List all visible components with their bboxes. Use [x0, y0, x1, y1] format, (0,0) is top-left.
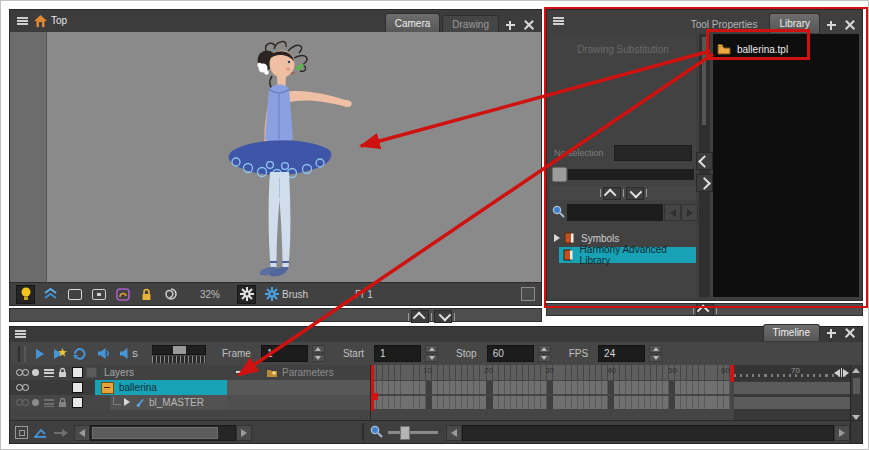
frame-view-icon[interactable] [15, 426, 28, 439]
loop-button[interactable] [72, 346, 87, 361]
slider-handle[interactable] [173, 346, 186, 354]
thumbnails-toggle-icon[interactable] [86, 367, 97, 378]
stop-input[interactable]: 60 [487, 345, 534, 362]
shift-trace-icon[interactable] [54, 429, 68, 437]
layer-stack-icon[interactable] [44, 369, 54, 377]
collapse-right-button[interactable] [696, 174, 713, 192]
frames-scrollbar-track[interactable] [462, 425, 834, 441]
layers-scrollbar-track[interactable] [90, 425, 236, 441]
add-group-button[interactable] [266, 367, 278, 378]
lock-icon[interactable] [58, 397, 67, 408]
playhead-handle[interactable] [371, 393, 378, 400]
lock-all-icon[interactable] [58, 367, 67, 378]
library-column-splitter[interactable] [699, 34, 710, 297]
substitution-slider-track[interactable] [568, 169, 694, 180]
library-inner-splitter[interactable] [550, 186, 696, 200]
safe-area-button[interactable] [66, 286, 83, 303]
exposure-row-ballerina[interactable] [371, 381, 730, 394]
timeline-zoom-handle[interactable] [400, 426, 410, 440]
expand-caret-icon[interactable] [554, 234, 560, 242]
collapse-down-button[interactable] [434, 310, 452, 323]
sound-button[interactable] [97, 347, 110, 360]
tab-tool-properties[interactable]: Tool Properties [681, 15, 768, 33]
render-preview-button[interactable] [16, 285, 35, 304]
add-view-button[interactable] [502, 17, 518, 33]
stop-spinner[interactable] [538, 345, 551, 362]
zoom-level[interactable]: 32% [200, 289, 220, 300]
camera-canvas[interactable] [10, 32, 541, 283]
layers-scroll-right-button[interactable] [236, 425, 252, 441]
camera-mask-button[interactable] [90, 286, 107, 303]
close-view-button[interactable] [842, 17, 858, 33]
layer-checkbox[interactable] [72, 397, 83, 408]
frames-scroll-right-button[interactable] [834, 425, 850, 441]
layer-row-ballerina[interactable]: ballerina [10, 380, 370, 395]
playhead[interactable] [371, 365, 374, 411]
frame-input[interactable]: 1 [261, 345, 308, 362]
tree-item-harmony-library[interactable]: Harmony Advanced Library [550, 247, 696, 263]
start-input[interactable]: 1 [374, 345, 421, 362]
settings-button[interactable] [237, 285, 256, 304]
close-view-button[interactable] [842, 325, 858, 341]
library-file-list[interactable]: ballerina.tpl [713, 34, 859, 297]
collapse-up-button[interactable] [411, 310, 429, 323]
delete-layer-button[interactable] [236, 371, 245, 373]
frame-ruler[interactable]: 10 20 30 40 50 60 70 [371, 365, 851, 380]
file-item-ballerina[interactable]: ballerina.tpl [717, 39, 788, 59]
exposure-row-bl-master[interactable] [371, 396, 730, 409]
tab-timeline[interactable]: Timeline [763, 324, 820, 341]
fps-input[interactable]: 24 [598, 345, 645, 362]
collapse-left-button[interactable] [696, 152, 713, 170]
frames-area[interactable]: 10 20 30 40 50 60 70 [370, 365, 851, 423]
layer-name-cell-selected[interactable]: ballerina [95, 380, 227, 395]
show-hide-icon[interactable] [16, 384, 28, 391]
corner-grip[interactable] [850, 421, 862, 443]
layer-parameters-cell[interactable] [227, 395, 370, 411]
show-hide-all-icon[interactable] [16, 369, 28, 376]
reset-view-button[interactable] [162, 286, 179, 303]
home-icon[interactable] [34, 15, 47, 27]
next-result-button[interactable] [681, 204, 698, 221]
camera-menu-button[interactable] [17, 17, 28, 25]
enable-icon[interactable] [32, 399, 39, 406]
layers-scroll-left-button[interactable] [74, 425, 90, 441]
frames-scroll-left-button[interactable] [446, 425, 462, 441]
enable-all-icon[interactable] [32, 369, 39, 376]
matte-view-button[interactable] [42, 286, 59, 303]
library-bottom-splitter[interactable] [546, 303, 863, 316]
substitution-slider-handle[interactable] [552, 167, 567, 182]
group-icon[interactable] [101, 382, 114, 394]
horizontal-splitter[interactable] [9, 308, 542, 322]
render-settings-button[interactable] [263, 286, 280, 303]
layers-scrollbar-thumb[interactable] [92, 427, 218, 439]
layer-stack-icon[interactable] [44, 399, 54, 407]
tab-camera[interactable]: Camera [385, 13, 441, 33]
play-button[interactable] [36, 349, 44, 359]
collapse-down-button[interactable] [626, 187, 644, 200]
select-all-checkbox[interactable] [72, 367, 83, 378]
timeline-vertical-scrollbar[interactable] [850, 365, 862, 423]
show-hide-icon[interactable] [16, 399, 28, 406]
layer-parameters-cell[interactable] [227, 380, 370, 396]
layer-row-bl-master[interactable]: bl_MASTER [10, 395, 370, 410]
sound-scrub-button[interactable]: S [120, 347, 138, 360]
splitter-scroll-track[interactable] [702, 37, 706, 125]
timeline-zoom-track[interactable] [388, 431, 438, 434]
add-view-button[interactable] [823, 325, 839, 341]
timeline-menu-button[interactable] [15, 330, 26, 338]
library-menu-button[interactable] [553, 17, 564, 25]
toolbar-grip[interactable] [18, 346, 26, 362]
scroll-up-icon[interactable] [852, 368, 860, 373]
add-view-button[interactable] [823, 17, 839, 33]
tab-library[interactable]: Library [769, 13, 820, 33]
search-input[interactable] [567, 204, 663, 221]
fps-spinner[interactable] [649, 345, 662, 362]
layer-checkbox[interactable] [72, 382, 83, 393]
onion-skin-button[interactable] [114, 286, 131, 303]
ruler-resize-grip[interactable] [834, 368, 849, 377]
scene-end-marker[interactable] [730, 365, 734, 382]
collapse-up-button[interactable] [696, 303, 714, 316]
tab-drawing[interactable]: Drawing [442, 15, 499, 33]
close-view-button[interactable] [521, 17, 537, 33]
camera-lock-button[interactable] [138, 286, 155, 303]
